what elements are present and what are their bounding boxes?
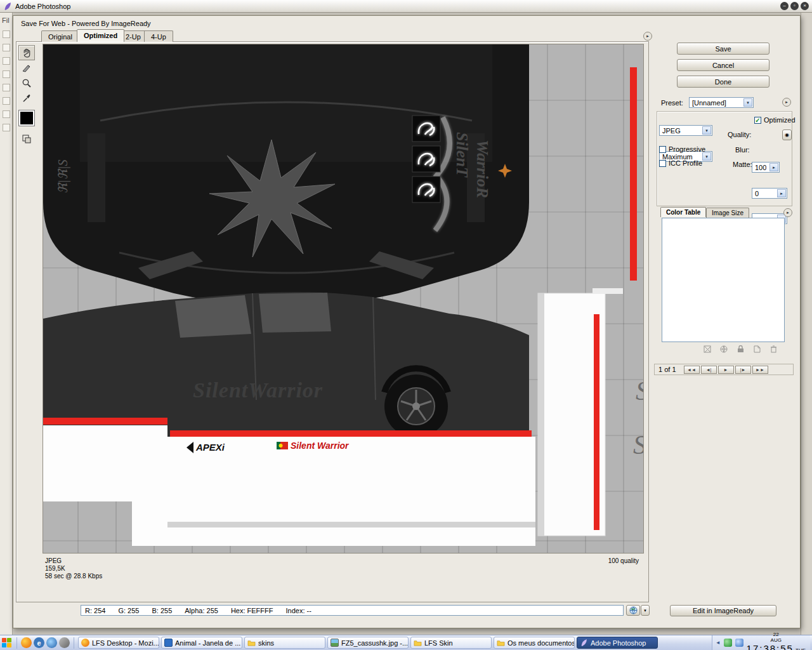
task-animal-window[interactable]: Animal - Janela de ... — [161, 637, 242, 649]
color-table-menu-button[interactable]: ► — [783, 208, 792, 217]
browser-preview-dropdown[interactable]: ▼ — [641, 605, 650, 616]
tray-network-icon[interactable] — [735, 639, 743, 647]
optimized-checkbox-label: Optimized — [764, 116, 796, 124]
preset-dropdown[interactable]: [Unnamed] ▼ — [689, 97, 754, 108]
zoom-tool-button[interactable] — [18, 76, 35, 91]
progressive-checkbox-row[interactable]: Progressive — [659, 145, 705, 153]
snap-to-web-palette-icon[interactable] — [702, 345, 712, 354]
web-shift-color-icon[interactable] — [719, 345, 729, 354]
edit-in-imageready-button[interactable]: Edit in ImageReady — [670, 605, 776, 616]
play-button[interactable]: ► — [718, 366, 734, 374]
previous-frame-button[interactable]: ◄| — [701, 366, 717, 374]
tool-icon[interactable] — [3, 124, 10, 131]
settings-menu-button[interactable]: ► — [782, 98, 791, 107]
current-color-black — [20, 112, 33, 124]
blur-value-field[interactable]: 0 ► — [752, 188, 787, 199]
tab-4up[interactable]: 4-Up — [144, 30, 173, 42]
chevron-left-icon[interactable]: ◄ — [716, 640, 721, 646]
eyedropper-tool-button[interactable] — [18, 91, 35, 106]
minimize-icon[interactable]: – — [780, 2, 789, 10]
tab-optimized[interactable]: Optimized — [77, 29, 124, 42]
photoshop-feather-icon — [580, 639, 588, 647]
right-edge-glyph-1: Ѕ — [636, 376, 644, 406]
tool-icon[interactable] — [3, 57, 10, 65]
roof-brand-line2: WarrioR — [473, 140, 492, 198]
task-adobe-photoshop[interactable]: Adobe Photoshop — [577, 637, 658, 649]
window-controls: – ▫ × — [780, 2, 809, 10]
photoshop-toolbox-sliver: Fil — [0, 13, 13, 635]
new-color-icon[interactable] — [752, 345, 762, 354]
tab-original[interactable]: Original — [41, 30, 79, 42]
tool-icon[interactable] — [3, 97, 10, 105]
firefox-icon[interactable] — [21, 637, 32, 648]
quality-value-field[interactable]: 100 ► — [752, 162, 780, 173]
done-button[interactable]: Done — [677, 76, 769, 88]
pager-label: 1 of 1 — [658, 366, 676, 373]
quality-slider-popup-icon[interactable]: ► — [769, 163, 778, 171]
save-button[interactable]: Save — [677, 43, 769, 55]
red-stripe-left — [43, 418, 167, 425]
task-lfs-skin-folder[interactable]: LFS Skin — [410, 637, 492, 649]
icc-profile-checkbox-row[interactable]: ICC Profile — [659, 159, 702, 167]
clock-weekday: TUE — [796, 647, 806, 650]
optimized-checkbox-row[interactable]: ✓ Optimized — [754, 116, 796, 124]
lock-color-icon[interactable] — [735, 345, 745, 354]
toggle-slices-visibility-button[interactable] — [18, 131, 35, 147]
tool-icon[interactable] — [3, 70, 10, 78]
tab-color-table[interactable]: Color Table — [660, 207, 706, 217]
window-edge — [801, 13, 812, 635]
portugal-flag — [277, 442, 288, 449]
slice-select-tool-button[interactable] — [18, 60, 35, 76]
internet-explorer-icon[interactable]: e — [34, 637, 44, 648]
slice-select-icon — [22, 63, 32, 73]
eyedropper-color-swatch[interactable] — [18, 110, 35, 126]
slices-visibility-icon — [22, 134, 32, 144]
messenger-icon[interactable] — [46, 637, 57, 648]
chevron-down-icon[interactable]: ▼ — [743, 98, 752, 107]
task-skins-folder[interactable]: skins — [244, 637, 325, 649]
optimized-image-preview[interactable]: ℜ|ℜ|Ѕ — [43, 44, 644, 554]
size-readout: 159,5K — [45, 565, 641, 573]
menu-bar-hint: Fil — [2, 17, 12, 24]
first-frame-button[interactable]: ◄◄ — [684, 366, 700, 374]
tool-icon[interactable] — [3, 44, 10, 51]
lfs-car-skin-image: ℜ|ℜ|Ѕ — [43, 44, 644, 554]
photoshop-feather-icon — [3, 2, 12, 11]
chevron-down-icon[interactable]: ▼ — [702, 152, 711, 161]
browser-globe-icon — [629, 606, 638, 614]
hand-tool-button[interactable] — [18, 45, 35, 60]
task-fz5-image[interactable]: FZ5_cassushk.jpg -... — [327, 637, 409, 649]
tool-icon[interactable] — [3, 110, 10, 118]
photoshop-titlebar[interactable]: Adobe Photoshop – ▫ × — [0, 0, 812, 13]
hex-readout: Hex: FEFFFF — [231, 607, 273, 614]
maximize-icon[interactable]: ▫ — [790, 2, 799, 10]
last-frame-button[interactable]: ►► — [752, 366, 768, 374]
tool-icon[interactable] — [3, 30, 10, 38]
cancel-button[interactable]: Cancel — [677, 59, 769, 71]
optimized-checkbox[interactable]: ✓ — [754, 117, 761, 124]
color-table-area[interactable] — [662, 218, 785, 342]
next-frame-button[interactable]: |► — [735, 366, 751, 374]
file-format-dropdown[interactable]: JPEG ▼ — [659, 125, 712, 136]
start-button[interactable] — [2, 638, 13, 648]
task-my-documents[interactable]: Os meus documentos — [494, 637, 575, 649]
quality-channel-button[interactable]: ◉ — [782, 129, 792, 140]
close-icon[interactable]: × — [801, 2, 809, 10]
tool-icon[interactable] — [3, 84, 10, 91]
icc-profile-checkbox[interactable] — [659, 160, 666, 167]
tab-image-size[interactable]: Image Size — [706, 208, 749, 218]
window-title: Adobe Photoshop — [15, 3, 70, 10]
chevron-down-icon[interactable]: ▼ — [702, 126, 711, 135]
task-lfs-desktop[interactable]: LFS Desktop - Mozi... — [78, 637, 159, 649]
preview-menu-button[interactable]: ► — [643, 32, 652, 41]
red-stripe-wing — [594, 314, 599, 530]
folder-icon — [247, 639, 256, 647]
window-icon — [164, 639, 173, 647]
delete-color-icon[interactable] — [768, 345, 778, 354]
tray-status-icon[interactable] — [724, 639, 732, 647]
desktop-shortcut-icon[interactable] — [59, 637, 70, 648]
browser-preview-button[interactable] — [626, 605, 640, 616]
progressive-checkbox[interactable] — [659, 146, 666, 153]
clock[interactable]: 22 AUG 17:38:55 TUE — [747, 632, 806, 650]
blur-slider-popup-icon[interactable]: ► — [777, 189, 786, 197]
